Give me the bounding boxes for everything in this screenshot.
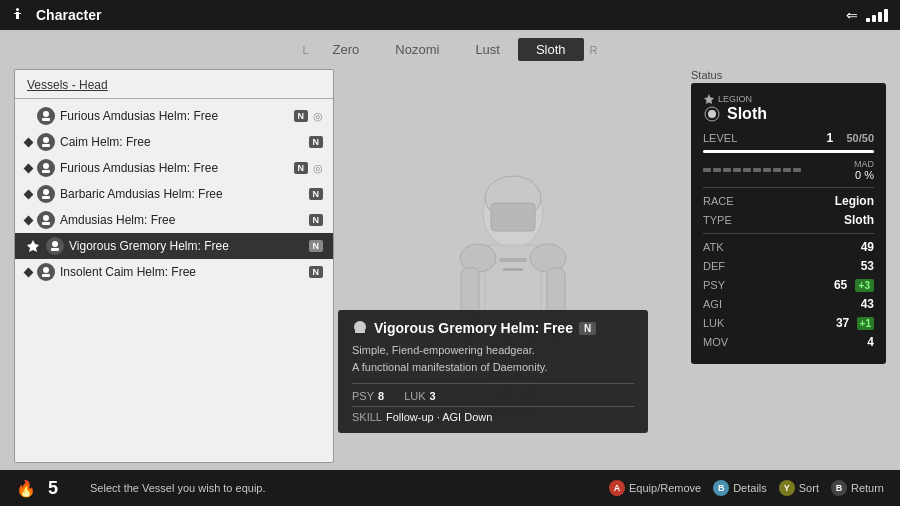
- svg-rect-32: [499, 258, 527, 262]
- diamond-icon: [24, 189, 34, 199]
- vessel-item[interactable]: Caim Helm: Free N: [15, 129, 333, 155]
- action-details[interactable]: B Details: [713, 480, 767, 496]
- svg-rect-17: [42, 274, 50, 277]
- stat-val: 37 +1: [836, 316, 874, 330]
- person-icon: [12, 7, 28, 23]
- svg-rect-35: [355, 330, 365, 333]
- top-bar: Character ⇐: [0, 0, 900, 30]
- action-sort[interactable]: Y Sort: [779, 480, 819, 496]
- level-value: 1 50/50: [826, 131, 874, 145]
- badge-n: N: [294, 110, 309, 122]
- stat-val: Legion: [835, 194, 874, 208]
- vessels-title: Vessels - Head: [15, 78, 333, 99]
- svg-rect-33: [503, 268, 523, 271]
- vessel-name: Vigorous Gremory Helm: Free: [69, 239, 304, 253]
- vessel-icon: [37, 185, 55, 203]
- svg-point-16: [43, 267, 49, 273]
- tab-nozomi[interactable]: Nozomi: [377, 38, 457, 61]
- svg-rect-10: [42, 196, 50, 199]
- vessel-icon: [46, 237, 64, 255]
- tab-zero[interactable]: Zero: [315, 38, 378, 61]
- stat-row-agi: AGI 43: [703, 297, 874, 311]
- divider: [703, 233, 874, 234]
- mad-value: 0 %: [855, 169, 874, 181]
- mad-row: MAD 0 %: [703, 159, 874, 181]
- popup-badge: N: [579, 322, 596, 335]
- status-box: LEGION Sloth LEVEL 1 50/50: [691, 83, 886, 364]
- stat-row-psy: PSY 65 +3: [703, 278, 874, 292]
- stat-label-luk: LUK: [404, 390, 425, 402]
- diamond-icon: [24, 163, 34, 173]
- vessel-item[interactable]: Barbaric Amdusias Helm: Free N: [15, 181, 333, 207]
- badge-n: N: [309, 214, 324, 226]
- stat-key: LUK: [703, 317, 724, 329]
- badge-n: N: [309, 188, 324, 200]
- stat-key: RACE: [703, 195, 734, 207]
- vessel-name: Amdusias Helm: Free: [60, 213, 304, 227]
- model-area: Vigorous Gremory Helm: Free N Simple, Fi…: [348, 69, 677, 463]
- action-sort-label: Sort: [799, 482, 819, 494]
- svg-rect-15: [51, 248, 59, 251]
- stat-val: Sloth: [844, 213, 874, 227]
- legion-name: Sloth: [703, 105, 874, 123]
- badge-n: N: [309, 240, 324, 252]
- stat-key: MOV: [703, 336, 728, 348]
- svg-point-5: [43, 137, 49, 143]
- svg-point-11: [43, 215, 49, 221]
- vessel-icon: [37, 263, 55, 281]
- stat-row-def: DEF 53: [703, 259, 874, 273]
- vessel-item[interactable]: Insolent Caim Helm: Free N: [15, 259, 333, 285]
- vessel-item[interactable]: Furious Amdusias Helm: Free N ◎: [15, 103, 333, 129]
- action-equip[interactable]: A Equip/Remove: [609, 480, 701, 496]
- badge-n: N: [309, 266, 324, 278]
- stat-row-type: TYPE Sloth: [703, 213, 874, 227]
- vessel-icon: [37, 211, 55, 229]
- status-panel: Status LEGION Sloth LEVEL 1: [691, 69, 886, 463]
- vessel-icon: [37, 133, 55, 151]
- stat-val: 43: [861, 297, 874, 311]
- stat-key: ATK: [703, 241, 724, 253]
- tab-sloth[interactable]: Sloth: [518, 38, 584, 61]
- vessel-item-selected[interactable]: Vigorous Gremory Helm: Free N: [15, 233, 333, 259]
- svg-point-3: [43, 111, 49, 117]
- stat-key: AGI: [703, 298, 722, 310]
- divider: [703, 187, 874, 188]
- svg-marker-36: [704, 94, 714, 104]
- svg-rect-4: [42, 118, 50, 121]
- stat-val: 4: [867, 335, 874, 349]
- popup-item-name: Vigorous Gremory Helm: Free: [374, 320, 573, 336]
- tab-bar: L Zero Nozomi Lust Sloth R: [0, 30, 900, 69]
- action-return[interactable]: B Return: [831, 480, 884, 496]
- svg-point-9: [43, 189, 49, 195]
- diamond-icon: [24, 215, 34, 225]
- bottom-hint: Select the Vessel you wish to equip.: [90, 482, 266, 494]
- bottom-bar: 🔥 5 Select the Vessel you wish to equip.…: [0, 470, 900, 506]
- legion-icon: [703, 93, 715, 105]
- stat-row-luk: LUK 37 +1: [703, 316, 874, 330]
- vessels-panel: Vessels - Head Furious Amdusias Helm: Fr…: [14, 69, 334, 463]
- svg-point-38: [708, 110, 716, 118]
- legion-name-text: Sloth: [727, 105, 767, 123]
- btn-b-icon: B: [713, 480, 729, 496]
- stat-key: TYPE: [703, 214, 732, 226]
- action-equip-label: Equip/Remove: [629, 482, 701, 494]
- legion-label: LEGION: [703, 93, 874, 105]
- btn-a-icon: A: [609, 480, 625, 496]
- item-popup: Vigorous Gremory Helm: Free N Simple, Fi…: [338, 310, 648, 433]
- svg-rect-6: [42, 144, 50, 147]
- stat-val: 53: [861, 259, 874, 273]
- target-icon: ◎: [313, 110, 323, 123]
- vessel-icon: [37, 107, 55, 125]
- arrow-left-icon: ⇐: [846, 7, 858, 23]
- mad-label: MAD: [854, 159, 874, 169]
- action-details-label: Details: [733, 482, 767, 494]
- tab-lust[interactable]: Lust: [457, 38, 518, 61]
- popup-skills: SKILL Follow-up · AGI Down: [352, 406, 634, 423]
- stat-key: DEF: [703, 260, 725, 272]
- vessel-item[interactable]: Furious Amdusias Helm: Free N ◎: [15, 155, 333, 181]
- sloth-icon: [703, 105, 721, 123]
- popup-title: Vigorous Gremory Helm: Free N: [352, 320, 634, 336]
- vessel-name: Caim Helm: Free: [60, 135, 304, 149]
- vessel-item[interactable]: Amdusias Helm: Free N: [15, 207, 333, 233]
- level-row: LEVEL 1 50/50: [703, 131, 874, 145]
